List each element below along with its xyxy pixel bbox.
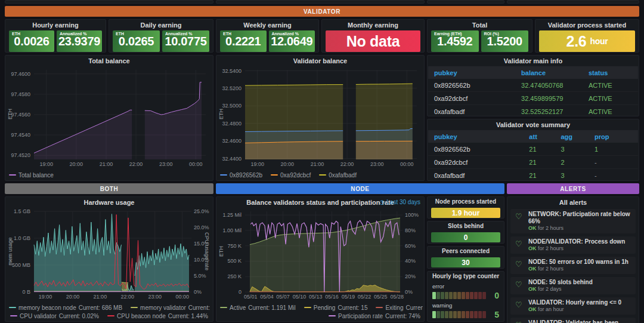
time-range-link[interactable]: ◷ Last 30 days xyxy=(380,199,420,205)
pubkey-cell: 0xa92dcbcf xyxy=(434,159,529,166)
row-header-label: BOTH xyxy=(100,186,119,192)
x-axis-tick: 23:00 xyxy=(153,161,179,167)
table-row: 0xafafbadf213- xyxy=(428,169,638,181)
x-axis-tick: 20:00 xyxy=(63,161,89,167)
column-header[interactable]: pubkey xyxy=(434,69,521,76)
panel-total-balance: Total balance 97.452097.454097.456097.45… xyxy=(5,55,213,181)
x-axis-tick: 19:00 xyxy=(32,294,58,300)
panel-balance-validators-status: Balance validators status and participat… xyxy=(216,196,425,322)
legend-item[interactable]: 0xafafbadf xyxy=(319,172,357,179)
legend-item[interactable]: memory beacon nodeCurrent: 686 MB xyxy=(9,304,122,311)
validator-vote-summary-table: pubkeyattaggprop0x8926562b21310xa92dcbcf… xyxy=(428,130,638,181)
table-row: 0x8926562b2131 xyxy=(428,143,638,156)
legend-item[interactable]: ExitingCurrent: 0 xyxy=(376,304,423,311)
log-counter-rows: error0warning5 xyxy=(428,283,504,319)
panel-title: Validator main info xyxy=(428,56,639,66)
gauge-cell xyxy=(470,292,473,299)
legend-item[interactable]: Total balance xyxy=(9,172,54,179)
legend-color-dash xyxy=(304,307,311,308)
x-axis-tick: 23:00 xyxy=(142,294,168,300)
column-header[interactable]: status xyxy=(589,69,632,76)
value-cell: 2 xyxy=(561,159,594,166)
table-header-row: pubkeyattaggprop xyxy=(428,130,638,143)
value-cell: - xyxy=(595,159,632,166)
column-header[interactable]: prop xyxy=(595,133,632,140)
total-balance-chart[interactable]: 97.452097.454097.456097.458097.460019:00… xyxy=(7,66,212,179)
panel-daily-earning: Daily earning ETH 0.0265 Annualized % 10… xyxy=(109,19,213,53)
hardware-usage-chart[interactable]: 0 B500 MB1.0 GB1.5 GB0%5.0%10.0%15.0%20.… xyxy=(7,208,212,320)
alert-status: OK for 2 hours xyxy=(528,245,632,252)
x-axis-tick: 22:00 xyxy=(123,161,149,167)
pubkey-cell: 0x8926562b xyxy=(434,82,521,89)
pubkey-cell: 0xafafbadf xyxy=(434,108,521,115)
column-header[interactable]: pubkey xyxy=(434,133,529,140)
row-header-label: ALERTS xyxy=(560,186,586,192)
alert-item[interactable]: ♡NODE: 50 errors or 100 warns in 1hOK fo… xyxy=(510,257,636,274)
heart-icon: ♡ xyxy=(515,213,522,220)
alert-item[interactable]: ♡NETWORK: Participation rate below 66%OK… xyxy=(510,209,636,233)
alert-item[interactable]: ♡VALIDATOR: Hourly earning <= 0OK for an… xyxy=(510,297,636,315)
x-axis-tick: 19:00 xyxy=(33,161,60,167)
gauge-cell xyxy=(466,292,469,299)
row-header-validator[interactable]: VALIDATOR xyxy=(5,6,639,17)
panel-validator-vote-summary: Validator vote summary pubkeyattaggprop0… xyxy=(427,119,639,181)
x-axis-tick: 00:00 xyxy=(394,161,420,167)
panel-title: Weekly earning xyxy=(216,20,318,30)
gauge-cell xyxy=(482,292,486,299)
column-header[interactable]: att xyxy=(529,133,561,140)
legend-item[interactable]: CPU beacon nodeCurrent: 1.44% xyxy=(107,313,208,319)
x-axis-tick: 22:00 xyxy=(334,161,360,167)
legend-item[interactable]: ActiveCurrent: 1.191 Mil xyxy=(220,304,296,311)
column-header[interactable]: agg xyxy=(561,133,594,140)
legend-item[interactable]: Participation rateCurrent: 74% xyxy=(329,313,420,319)
y-axis-tick: 97.4600 xyxy=(7,71,30,77)
gauge-cell xyxy=(453,292,457,299)
stat-weekly-annualized: Annualized % 12.0649 xyxy=(269,30,315,52)
panel-monthly-earning: Monthly earning No data xyxy=(321,19,425,53)
panel-title: Hourly log type counter xyxy=(428,272,504,281)
legend-color-dash xyxy=(10,315,17,316)
stat-label: Earning (ETH) xyxy=(434,32,462,36)
stat-label: Annualized % xyxy=(60,32,87,36)
gauge-cell xyxy=(436,311,440,318)
alert-item[interactable]: ♡NODE/VALIDATOR: Process downOK for 2 ho… xyxy=(510,236,636,254)
alert-item[interactable]: ♡NODE: 50 slots behindOK for 2 days xyxy=(510,277,636,294)
balance-validators-chart[interactable]: 0250 K500 K750 K1.00 Mil1.25 Mil0%20%40%… xyxy=(218,208,423,320)
value-cell: 3 xyxy=(561,172,594,179)
panel-slots-behind: Slots behind 0 xyxy=(427,221,504,244)
y2-axis-tick: 25.0% xyxy=(194,208,209,214)
stat-label: ROI (%) xyxy=(484,32,499,36)
x-axis-tick: 20:00 xyxy=(60,294,86,300)
stat-total-roi: ROI (%) 1.5200 xyxy=(481,30,529,52)
panel-all-alerts: All alerts ♡NETWORK: Participation rate … xyxy=(507,196,639,323)
legend-item[interactable]: 0xa92dcbcf xyxy=(271,172,311,179)
stat-monthly-no-data: No data xyxy=(326,30,420,52)
row-header-node[interactable]: NODE xyxy=(216,183,504,194)
panel-title: All alerts xyxy=(507,197,639,208)
legend-item[interactable]: PendingCurrent: 15 xyxy=(304,304,368,311)
row-header-both[interactable]: BOTH xyxy=(5,183,213,194)
x-axis-tick: 20:00 xyxy=(274,161,301,167)
legend-color-dash xyxy=(319,174,326,176)
validator-balance-chart[interactable]: 32.440032.460032.480032.500032.520032.54… xyxy=(218,66,423,179)
panel-hourly-log-type-counter: Hourly log type counter error0warning5 xyxy=(427,271,504,322)
y2-axis-tick: 80% xyxy=(405,227,416,233)
gauge-cell xyxy=(478,292,482,299)
legend-item[interactable]: memory validatorCurrent: 10 MB xyxy=(131,304,212,311)
pubkey-cell: 0xa92dcbcf xyxy=(434,95,521,102)
value-cell: - xyxy=(595,172,632,179)
x-axis-tick: 21:00 xyxy=(304,161,330,167)
stat-validator-process: 2.6hour xyxy=(539,30,635,52)
stat-peers-connected: 30 xyxy=(431,257,500,267)
value-cell: ACTIVE xyxy=(589,108,632,115)
alerts-list: ♡NETWORK: Participation rate below 66%OK… xyxy=(510,209,636,323)
alert-item[interactable]: ♡VALIDATOR: Validator has been slashedOK… xyxy=(510,318,636,323)
stat-label: ETH xyxy=(12,32,20,36)
panel-hourly-earning: Hourly earning ETH 0.0026 Annualized % 2… xyxy=(5,19,106,53)
legend-item[interactable]: CPU validatorCurrent: 0.02% xyxy=(10,313,99,319)
row-header-alerts[interactable]: ALERTS xyxy=(507,183,639,194)
panel-weekly-earning: Weekly earning ETH 0.2221 Annualized % 1… xyxy=(216,19,319,53)
panel-total-earning: Total Earning (ETH) 1.4592 ROI (%) 1.520… xyxy=(427,19,532,53)
legend-item[interactable]: 0x8926562b xyxy=(220,172,262,179)
column-header[interactable]: balance xyxy=(521,69,589,76)
